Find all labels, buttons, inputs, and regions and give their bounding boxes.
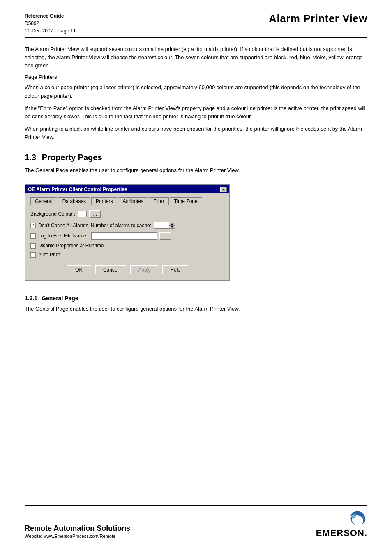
section-num: 1.3	[25, 153, 36, 162]
background-colour-ellipsis-button[interactable]: ...	[89, 210, 101, 218]
apply-button[interactable]: Apply	[130, 265, 158, 274]
dialog-titlebar: OE Alarm Printer Client Control Properti…	[25, 185, 229, 193]
tab-attributes[interactable]: Attributes	[118, 197, 148, 205]
disable-props-checkbox[interactable]	[30, 243, 36, 249]
page-title: Alarm Printer View	[269, 12, 367, 25]
num-alarms-input[interactable]: 100	[154, 222, 169, 228]
background-colour-label: Background Colour :	[30, 211, 75, 217]
subsection-intro: The General Page enables the user to con…	[25, 305, 367, 313]
spinbox-arrows: ▲ ▼	[169, 222, 175, 228]
page: Reference Guide D5092 11-Dec-2007 - Page…	[0, 0, 392, 555]
paragraph-3: If the "Fit to Page" option is checked f…	[25, 104, 367, 121]
website-label: Website:	[25, 534, 42, 539]
subsection-title: General Page	[42, 295, 78, 302]
cancel-button[interactable]: Cancel	[95, 265, 126, 274]
dont-cache-label: Don't Cache All Alarms	[38, 223, 88, 228]
tab-filter[interactable]: Filter	[149, 197, 169, 205]
num-alarms-label: Number of alarms to cache:	[91, 223, 151, 228]
disable-props-row: Disable Properties at Runtime	[30, 243, 224, 249]
log-to-file-checkbox[interactable]	[30, 233, 36, 239]
background-colour-row: Background Colour : ...	[30, 210, 224, 218]
auto-print-row: Auto Print	[30, 252, 224, 258]
emerson-logo: EMERSON.	[316, 510, 367, 539]
header-left: Reference Guide D5092 11-Dec-2007 - Page…	[25, 12, 76, 35]
ok-button[interactable]: OK	[67, 265, 91, 274]
dialog-tabs: General Databases Printers Attributes Fi…	[30, 197, 224, 205]
footer-left: Remote Automation Solutions Website: www…	[25, 524, 130, 539]
dialog-content: General Databases Printers Attributes Fi…	[25, 193, 229, 280]
tab-general[interactable]: General	[30, 197, 57, 205]
dont-cache-row: Don't Cache All Alarms Number of alarms …	[30, 222, 224, 229]
footer-website: Website: www.EmersonProcess.com/Remote	[25, 534, 130, 539]
paragraph-2: When a colour page printer (eg a laser p…	[25, 83, 367, 100]
num-alarms-spinbox: 100 ▲ ▼	[154, 222, 175, 229]
help-button[interactable]: Help	[162, 265, 188, 274]
emerson-name: EMERSON	[316, 528, 364, 538]
log-file-ellipsis-button[interactable]: ...	[159, 232, 171, 240]
section-title: Property Pages	[42, 153, 102, 162]
paragraph-4: When printing to a black on white line p…	[25, 125, 367, 141]
background-colour-swatch	[78, 211, 87, 217]
page-printers-label: Page Printers	[25, 74, 367, 80]
spinbox-down-button[interactable]: ▼	[169, 226, 175, 228]
disable-props-label: Disable Properties at Runtime	[38, 243, 104, 249]
section-intro: The General Page enables the user to con…	[25, 166, 367, 175]
dont-cache-checkbox[interactable]	[30, 223, 36, 228]
auto-print-label: Auto Print	[38, 252, 60, 258]
file-name-label: File Name :	[64, 233, 89, 239]
tab-timezone[interactable]: Time Zone	[170, 197, 202, 205]
website-url: www.EmersonProcess.com/Remote	[44, 534, 115, 539]
auto-print-checkbox[interactable]	[30, 252, 36, 258]
log-to-file-label: Log to File	[38, 233, 61, 239]
subsection-1-3-1-heading: 1.3.1 General Page	[25, 295, 367, 302]
guide-date: 11-Dec-2007 - Page 11	[25, 27, 76, 35]
dialog-buttons: OK Cancel Apply Help	[30, 262, 224, 276]
guide-code: D5092	[25, 20, 76, 27]
page-header: Reference Guide D5092 11-Dec-2007 - Page…	[25, 12, 367, 38]
page-footer: Remote Automation Solutions Website: www…	[25, 505, 367, 539]
emerson-brand: EMERSON.	[316, 528, 367, 539]
spinbox-up-button[interactable]: ▲	[169, 222, 175, 226]
file-name-input[interactable]	[91, 232, 157, 240]
emerson-dot: .	[364, 528, 367, 538]
guide-label: Reference Guide	[25, 12, 76, 20]
log-to-file-row: Log to File File Name : ...	[30, 232, 224, 240]
emerson-icon	[348, 510, 367, 527]
paragraph-1: The Alarm Printer View will support seve…	[25, 45, 367, 70]
dialog-properties: OE Alarm Printer Client Control Properti…	[25, 184, 230, 281]
subsection-num: 1.3.1	[25, 295, 37, 302]
section-1-3-heading: 1.3 Property Pages	[25, 153, 367, 162]
dialog-title: OE Alarm Printer Client Control Properti…	[28, 187, 127, 192]
company-name: Remote Automation Solutions	[25, 524, 130, 533]
tab-databases[interactable]: Databases	[58, 197, 90, 205]
dialog-close-button[interactable]: ×	[220, 187, 227, 192]
tab-printers[interactable]: Printers	[91, 197, 117, 205]
